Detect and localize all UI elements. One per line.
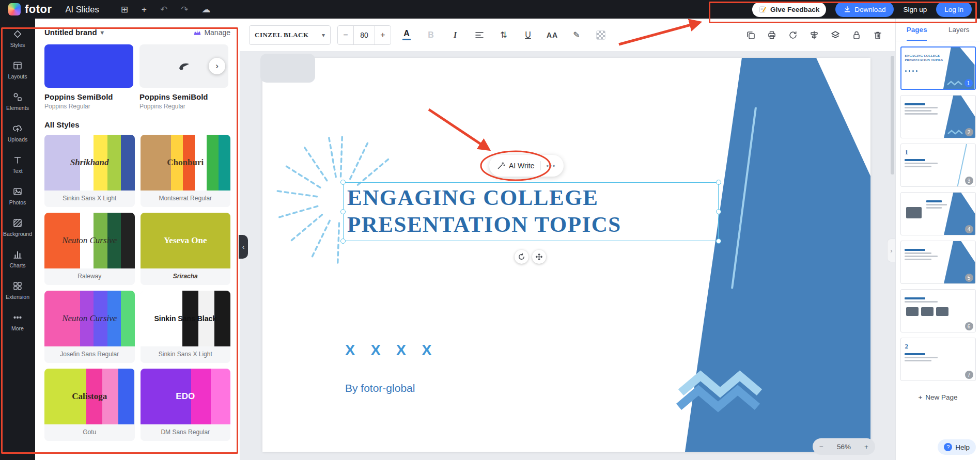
page-thumbnail-6[interactable]: 6	[900, 289, 976, 332]
page-thumbnail-2[interactable]: 2	[900, 95, 976, 138]
sidebar-item-layouts[interactable]: Layouts	[0, 54, 35, 86]
lock-button[interactable]	[848, 27, 865, 43]
app-title: AI Slides	[66, 5, 99, 14]
help-button[interactable]: ? Help	[938, 439, 976, 455]
sidebar-item-charts[interactable]: Charts	[0, 243, 35, 275]
letter-case-button[interactable]: AA	[543, 26, 561, 44]
manage-brand-button[interactable]: Manage	[193, 28, 230, 37]
more-icon	[12, 312, 23, 323]
zoom-out-button[interactable]: −	[819, 443, 823, 451]
sidebar-item-styles[interactable]: Styles	[0, 23, 35, 54]
style-preview: Neuton Cursive	[44, 291, 135, 346]
thumb-wave-icon	[947, 81, 962, 86]
sign-up-link[interactable]: Sign up	[903, 6, 927, 13]
page-thumbnail-4[interactable]: 4	[900, 192, 976, 235]
redo-icon[interactable]: ↷	[181, 5, 188, 14]
style-card-calistoga[interactable]: Calistoga Gotu	[44, 369, 135, 441]
style-sub-font: Sinkin Sans X Light	[141, 346, 231, 363]
page-thumbnail-3[interactable]: 1 3	[900, 144, 976, 187]
print-button[interactable]	[764, 27, 780, 43]
decrease-font-size-button[interactable]: −	[338, 30, 353, 40]
sidebar-item-elements[interactable]: Elements	[0, 86, 35, 117]
style-card-neuton-cursive[interactable]: Neuton Cursive Raleway	[44, 213, 135, 285]
more-options-button[interactable]: •••	[547, 162, 556, 170]
duplicate-button[interactable]	[742, 27, 759, 43]
page-number-badge: 2	[965, 128, 973, 136]
increase-font-size-button[interactable]: +	[375, 30, 391, 40]
align-objects-button[interactable]	[806, 27, 822, 43]
zoom-in-button[interactable]: +	[864, 443, 868, 451]
brand-dropdown[interactable]: Untitled brand ▾	[44, 28, 104, 37]
tab-layers[interactable]: Layers	[938, 19, 980, 41]
page-thumbnail-7[interactable]: 2 7	[900, 338, 976, 381]
chevron-down-icon: ▾	[101, 29, 104, 36]
styles-icon	[12, 29, 23, 39]
selection-handle[interactable]	[716, 209, 721, 214]
font-size-value[interactable]: 80	[353, 26, 375, 44]
undo-icon[interactable]: ↶	[160, 5, 167, 14]
byline-text[interactable]: By fotor-global	[345, 382, 415, 394]
title-textbox[interactable]: ENGAGING COLLEGE PRESENTATION TOPICS	[343, 182, 719, 241]
italic-button[interactable]: I	[446, 26, 464, 44]
sidebar-item-uploads[interactable]: Uploads	[0, 117, 35, 149]
plus-icon: +	[918, 393, 922, 401]
log-in-button[interactable]: Log in	[936, 2, 972, 17]
sidebar-item-text[interactable]: Text	[0, 149, 35, 180]
canvas-scrollbar[interactable]	[891, 56, 894, 175]
style-sub-font: Gotu	[44, 424, 135, 441]
transparency-button[interactable]	[592, 26, 610, 44]
selection-handle[interactable]	[716, 239, 721, 244]
sidebar-item-photos[interactable]: Photos	[0, 180, 35, 212]
panel-collapse-tab[interactable]: ‹	[239, 235, 248, 259]
slide[interactable]: ENGAGING COLLEGE PRESENTATION TOPICS AI …	[262, 58, 870, 452]
slide-title-line2: PRESENTATION TOPICS	[347, 211, 718, 238]
page-thumbnail-1[interactable]: ENGAGING COLLEGE PRESENTATION TOPICS 1	[900, 46, 976, 90]
line-spacing-button[interactable]: ⇅	[495, 26, 512, 44]
style-card-edo[interactable]: EDO DM Sans Regular	[141, 369, 231, 441]
fotor-logo[interactable]: fotor	[8, 3, 52, 16]
move-handle[interactable]	[532, 250, 546, 264]
refresh-button[interactable]	[785, 27, 801, 43]
style-card-sinkin-sans-black[interactable]: Sinkin Sans Black Sinkin Sans X Light	[141, 291, 231, 363]
selection-handle[interactable]	[340, 180, 346, 185]
delete-button[interactable]	[869, 27, 886, 43]
ai-write-button[interactable]: AI Write	[497, 162, 535, 170]
style-font-name: Neuton Cursive	[44, 213, 135, 268]
style-card-shrikhand[interactable]: Shrikhand Sinkin Sans X Light	[44, 135, 135, 207]
bold-button[interactable]: B	[422, 26, 440, 44]
floating-card	[260, 54, 315, 83]
selection-handle[interactable]	[340, 239, 346, 244]
page-thumbnail-5[interactable]: 5	[900, 241, 976, 284]
grid-view-icon[interactable]: ⊞	[121, 5, 128, 14]
style-card-chonburi[interactable]: Chonburi Montserrat Regular	[141, 135, 231, 207]
give-feedback-button[interactable]: Give Feedback	[752, 2, 826, 17]
sidebar-item-extension[interactable]: Extension	[0, 275, 35, 306]
brand-style-card[interactable]: Poppins SemiBold Poppins Regular	[44, 44, 133, 110]
zoom-value[interactable]: 56%	[837, 443, 851, 451]
font-family-select[interactable]: Cinzel Black ▾	[249, 25, 331, 45]
download-button[interactable]: Download	[835, 2, 894, 17]
style-card-yeseva-one[interactable]: Yeseva One Sriracha	[141, 213, 231, 285]
selection-handle[interactable]	[716, 180, 721, 185]
align-button[interactable]	[471, 26, 488, 44]
current-text-color-swatch	[402, 39, 411, 41]
sidebar-item-background[interactable]: Background	[0, 212, 35, 243]
highlight-pen-button[interactable]: ✎	[568, 26, 585, 44]
style-card-neuton-cursive-2[interactable]: Neuton Cursive Josefin Sans Regular	[44, 291, 135, 363]
selection-handle[interactable]	[340, 209, 346, 214]
sidebar-item-more[interactable]: More	[0, 306, 35, 338]
text-color-button[interactable]: A	[398, 26, 415, 44]
brand-style-card[interactable]: Poppins SemiBold Poppins Regular	[139, 44, 228, 110]
cloud-save-icon[interactable]: ☁	[201, 5, 210, 14]
add-icon[interactable]: +	[142, 5, 147, 14]
new-page-button[interactable]: + New Page	[896, 393, 980, 401]
decorative-x-row[interactable]: X X X X	[345, 342, 438, 359]
editor-canvas[interactable]: ENGAGING COLLEGE PRESENTATION TOPICS AI …	[240, 52, 895, 460]
rotate-handle[interactable]	[515, 250, 528, 264]
layers-button[interactable]	[827, 27, 844, 43]
underline-button[interactable]: U	[519, 26, 537, 44]
brand-cards-next-button[interactable]: ›	[209, 58, 225, 74]
panel-expand-tab[interactable]: ›	[887, 239, 895, 262]
tab-pages[interactable]: Pages	[896, 19, 938, 41]
editor-main: Cinzel Black ▾ − 80 + A B I ⇅ U AA ✎	[240, 19, 895, 460]
